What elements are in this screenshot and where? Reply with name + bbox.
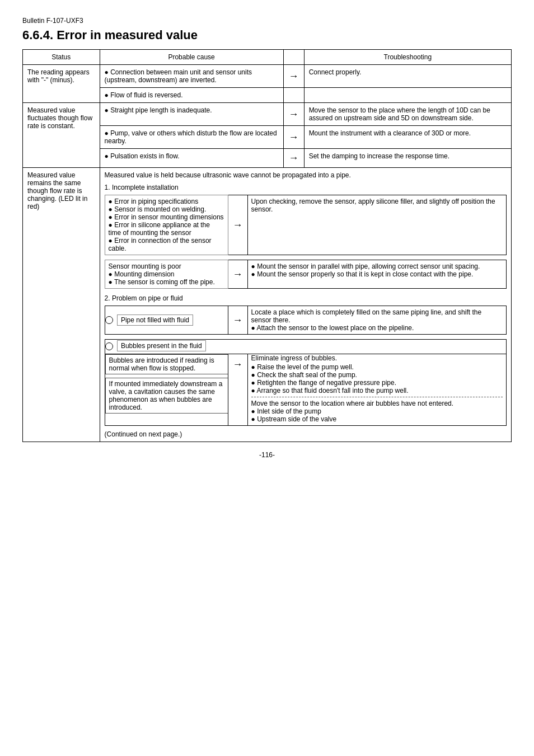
bubbles-table: Bubbles present in the fluid Bubbles are… (105, 339, 507, 426)
bullet-item: ● Check the shaft seal of the pump. (251, 371, 503, 379)
bullet-item: ● Upstream side of the valve (251, 415, 503, 423)
circle-bullet-icon-2 (105, 342, 113, 350)
dashed-text: Move the sensor to the location where ai… (251, 400, 503, 407)
bullet-item: ● Mounting dimension (109, 270, 224, 278)
bullet-item: ● Error in connection of the sensor cabl… (109, 237, 224, 252)
bracket-box-2: If mounted immediately downstream a valv… (105, 378, 228, 414)
arrow-cell-bubbles: → (228, 354, 247, 425)
circle-bullet-icon (105, 316, 113, 324)
bullet-icon (105, 106, 111, 114)
cause-cell-1b: Flow of fluid is reversed. (100, 88, 283, 103)
bullet-item: ● Mount the sensor properly so that it i… (251, 270, 503, 278)
cause-cell-2c: Pulsation exists in flow. (100, 149, 283, 168)
trouble-cell-1a: Connect properly. (304, 65, 511, 88)
page-title: 6.6.4. Error in measured value (22, 28, 512, 43)
arrow-cell: → (283, 126, 304, 149)
arrow-cell: → (228, 306, 247, 335)
trouble-cell-2b: Mount the instrument with a clearance of… (304, 126, 511, 149)
cause-bullets-1: ● Error in piping specifications ● Senso… (105, 195, 228, 255)
trouble-text: Locate a place which is completely fille… (251, 308, 503, 324)
bulletin-label: Bulletin F-107-UXF3 (22, 17, 512, 25)
pipe-not-filled-label: Pipe not filled with fluid (117, 314, 193, 326)
cause-trouble-combined: Measured value is held because ultrasoni… (100, 168, 511, 442)
sub-item-table-2: Sensor mounting is poor ● Mounting dimen… (105, 260, 507, 289)
bullet-icon (105, 152, 111, 160)
bullet-item: ● Inlet side of the pump (251, 407, 503, 415)
continued-text: (Continued on next page.) (105, 430, 507, 438)
arrow-cell: → (228, 195, 247, 255)
page-number: -116- (22, 451, 512, 459)
bullet-icon (105, 91, 111, 99)
trouble-pipe-not-filled: Locate a place which is completely fille… (247, 306, 506, 335)
bubbles-label-row: Bubbles present in the fluid (105, 340, 506, 354)
bullet-item: ● Retighten the flange of negative press… (251, 379, 503, 387)
bullet-icon (105, 129, 111, 137)
status-cell-2: Measured value fluctuates though flow ra… (23, 103, 100, 168)
bubbles-causes: Bubbles are introduced if reading is nor… (105, 354, 228, 425)
table-row: Measured value remains the same though f… (23, 168, 512, 442)
bullet-item: ● Raise the level of the pump well. (251, 363, 503, 371)
intro-text: Measured value is held because ultrasoni… (105, 171, 507, 179)
header-arrow-spacer (283, 50, 304, 65)
arrow-cell: → (283, 65, 304, 88)
main-table: Status Probable cause Troubleshooting Th… (22, 49, 512, 442)
bullet-item: ● Arrange so that fluid doesn't fall int… (251, 387, 503, 395)
bullet-item: ● Error in piping specifications (109, 198, 224, 205)
bracket-box-1: Bubbles are introduced if reading is nor… (105, 354, 228, 374)
status-cell-3: Measured value remains the same though f… (23, 168, 100, 442)
trouble-cell-2a: Move the sensor to the place where the l… (304, 103, 511, 126)
pipe-not-filled-table: Pipe not filled with fluid → Locate a pl… (105, 306, 507, 335)
arrow-cell: → (283, 103, 304, 126)
bullet-icon (105, 68, 111, 76)
arrow-cell: → (283, 149, 304, 168)
header-status: Status (23, 50, 100, 65)
arrow-cell: → (228, 260, 247, 289)
dashed-section: Move the sensor to the location where ai… (251, 397, 503, 423)
section-1-heading: 1. Incomplete installation (105, 184, 507, 191)
section-2-heading: 2. Problem on pipe or fluid (105, 294, 507, 302)
cause-pipe-not-filled: Pipe not filled with fluid (105, 306, 228, 335)
bullet-item: ● The sensor is coming off the pipe. (109, 278, 224, 286)
cause-cell-2a: Straight pipe length is inadequate. (100, 103, 283, 126)
sub-item-table: ● Error in piping specifications ● Senso… (105, 195, 507, 255)
trouble-mounting: ● Mount the sensor in parallel with pipe… (247, 260, 506, 289)
status-cell-1: The reading appears with "-" (minus). (23, 65, 100, 103)
trouble-bubbles: Eliminate ingress of bubbles. ● Raise th… (247, 354, 506, 425)
bullet-item: ● Mount the sensor in parallel with pipe… (251, 262, 503, 270)
bullet-item: ● Attach the sensor to the lowest place … (251, 324, 503, 332)
cause-cell-1a: Connection between main unit and sensor … (100, 65, 283, 88)
trouble-cell-1b (304, 88, 511, 103)
header-cause: Probable cause (100, 50, 283, 65)
cause-cell-2b: Pump, valve or others which disturb the … (100, 126, 283, 149)
trouble-text: Eliminate ingress of bubbles. (251, 354, 503, 362)
header-troubleshooting: Troubleshooting (304, 50, 511, 65)
trouble-cell-2c: Set the damping to increase the response… (304, 149, 511, 168)
mounting-text: Sensor mounting is poor (109, 262, 224, 270)
trouble-bullets-1: Upon checking, remove the sensor, apply … (247, 195, 506, 255)
bubbles-label: Bubbles present in the fluid (117, 340, 206, 351)
bullet-item: ● Error in silicone appliance at the tim… (109, 221, 224, 237)
cause-mounting: Sensor mounting is poor ● Mounting dimen… (105, 260, 228, 289)
arrow-empty (283, 88, 304, 103)
table-row: The reading appears with "-" (minus). Co… (23, 65, 512, 88)
bullet-item: ● Error in sensor mounting dimensions (109, 213, 224, 221)
bullet-item: ● Sensor is mounted on welding. (109, 205, 224, 213)
table-row: Measured value fluctuates though flow ra… (23, 103, 512, 126)
